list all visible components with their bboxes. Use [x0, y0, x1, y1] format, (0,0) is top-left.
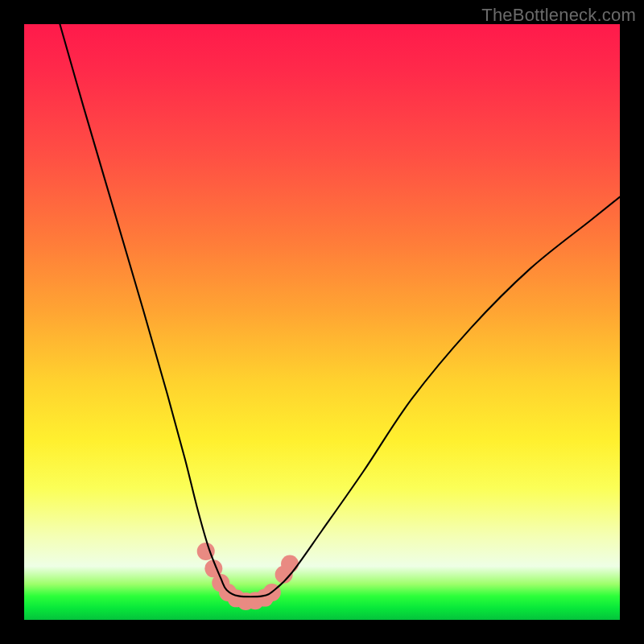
chart-svg: [24, 24, 620, 620]
data-marker: [197, 543, 215, 560]
data-marker: [212, 574, 229, 592]
watermark-text: TheBottleneck.com: [481, 5, 636, 26]
data-marker: [246, 592, 264, 609]
chart-frame: TheBottleneck.com: [0, 0, 644, 644]
data-marker: [219, 584, 237, 601]
data-marker: [227, 589, 245, 607]
data-marker: [263, 584, 281, 601]
data-marker: [204, 559, 222, 577]
bottleneck-curve: [60, 24, 620, 597]
data-marker: [256, 589, 274, 607]
markers-group: [197, 543, 299, 610]
data-marker: [281, 555, 299, 572]
chart-plot-area: [24, 24, 620, 620]
data-marker: [275, 566, 293, 584]
data-marker: [237, 592, 254, 610]
